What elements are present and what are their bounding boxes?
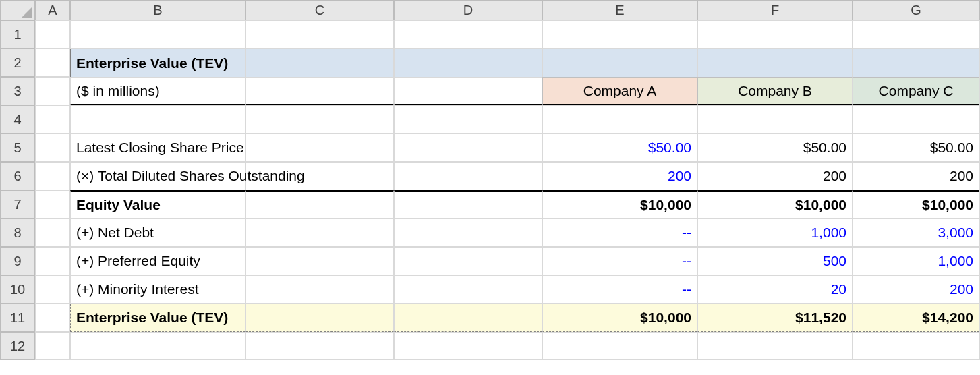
cell-A4[interactable] [35,105,70,134]
row-header-3[interactable]: 3 [0,77,35,105]
company-c-header[interactable]: Company C [853,77,979,105]
net-debt-b[interactable]: 1,000 [697,219,853,247]
label-minority[interactable]: (+) Minority Interest [70,275,246,304]
label-diluted-shares[interactable]: (×) Total Diluted Shares Outstanding [70,162,246,190]
col-header-D[interactable]: D [394,0,542,20]
row-header-11[interactable]: 11 [0,304,35,332]
cell-G12[interactable] [853,332,979,360]
pref-equity-c[interactable]: 1,000 [853,247,979,275]
cell-D4[interactable] [394,105,542,134]
pref-equity-b[interactable]: 500 [697,247,853,275]
row-header-9[interactable]: 9 [0,247,35,275]
cell-C7[interactable] [246,190,394,219]
cell-A8[interactable] [35,219,70,247]
row-header-8[interactable]: 8 [0,219,35,247]
cell-F2[interactable] [697,49,853,77]
cell-F4[interactable] [697,105,853,134]
cell-A11[interactable] [35,304,70,332]
cell-D6[interactable] [394,162,542,190]
cell-C9[interactable] [246,247,394,275]
minority-a[interactable]: -- [542,275,697,304]
tev-c[interactable]: $14,200 [853,304,979,332]
cell-B4[interactable] [70,105,246,134]
spreadsheet-grid[interactable]: A B C D E F G 1 2 Enterprise Value (TEV)… [0,0,980,375]
col-header-A[interactable]: A [35,0,70,20]
cell-C10[interactable] [246,275,394,304]
row-header-7[interactable]: 7 [0,190,35,219]
cell-D9[interactable] [394,247,542,275]
row-header-4[interactable]: 4 [0,105,35,134]
cell-A7[interactable] [35,190,70,219]
cell-D11[interactable] [394,304,542,332]
cell-D2[interactable] [394,49,542,77]
label-net-debt[interactable]: (+) Net Debt [70,219,246,247]
col-header-E[interactable]: E [542,0,697,20]
cell-C12[interactable] [246,332,394,360]
cell-F1[interactable] [697,20,853,49]
equity-value-b[interactable]: $10,000 [697,190,853,219]
label-equity-value[interactable]: Equity Value [70,190,246,219]
cell-C2[interactable] [246,49,394,77]
share-price-a[interactable]: $50.00 [542,134,697,162]
cell-D1[interactable] [394,20,542,49]
minority-c[interactable]: 200 [853,275,979,304]
row-header-6[interactable]: 6 [0,162,35,190]
cell-E12[interactable] [542,332,697,360]
share-price-c[interactable]: $50.00 [853,134,979,162]
label-tev[interactable]: Enterprise Value (TEV) [70,304,246,332]
cell-E4[interactable] [542,105,697,134]
cell-D12[interactable] [394,332,542,360]
cell-G1[interactable] [853,20,979,49]
cell-E2[interactable] [542,49,697,77]
cell-B12[interactable] [70,332,246,360]
cell-A3[interactable] [35,77,70,105]
label-pref-equity[interactable]: (+) Preferred Equity [70,247,246,275]
row-header-12[interactable]: 12 [0,332,35,360]
cell-D8[interactable] [394,219,542,247]
col-header-C[interactable]: C [246,0,394,20]
net-debt-c[interactable]: 3,000 [853,219,979,247]
tev-b[interactable]: $11,520 [697,304,853,332]
cell-A10[interactable] [35,275,70,304]
company-a-header[interactable]: Company A [542,77,697,105]
net-debt-a[interactable]: -- [542,219,697,247]
cell-C4[interactable] [246,105,394,134]
cell-C1[interactable] [246,20,394,49]
cell-C11[interactable] [246,304,394,332]
cell-F12[interactable] [697,332,853,360]
cell-A5[interactable] [35,134,70,162]
cell-G2[interactable] [853,49,979,77]
diluted-shares-a[interactable]: 200 [542,162,697,190]
diluted-shares-c[interactable]: 200 [853,162,979,190]
cell-C5[interactable] [246,134,394,162]
label-share-price[interactable]: Latest Closing Share Price [70,134,246,162]
tev-a[interactable]: $10,000 [542,304,697,332]
cell-D5[interactable] [394,134,542,162]
cell-A6[interactable] [35,162,70,190]
row-header-5[interactable]: 5 [0,134,35,162]
equity-value-a[interactable]: $10,000 [542,190,697,219]
cell-D3[interactable] [394,77,542,105]
col-header-F[interactable]: F [697,0,853,20]
cell-D7[interactable] [394,190,542,219]
row-header-1[interactable]: 1 [0,20,35,49]
cell-C8[interactable] [246,219,394,247]
subtitle-cell[interactable]: ($ in millions) [70,77,246,105]
diluted-shares-b[interactable]: 200 [697,162,853,190]
select-all-corner[interactable] [0,0,35,20]
share-price-b[interactable]: $50.00 [697,134,853,162]
cell-B1[interactable] [70,20,246,49]
cell-E1[interactable] [542,20,697,49]
cell-C3[interactable] [246,77,394,105]
company-b-header[interactable]: Company B [697,77,853,105]
title-cell[interactable]: Enterprise Value (TEV) [70,49,246,77]
equity-value-c[interactable]: $10,000 [853,190,979,219]
cell-A1[interactable] [35,20,70,49]
col-header-G[interactable]: G [853,0,979,20]
row-header-10[interactable]: 10 [0,275,35,304]
cell-G4[interactable] [853,105,979,134]
minority-b[interactable]: 20 [697,275,853,304]
cell-A2[interactable] [35,49,70,77]
col-header-B[interactable]: B [70,0,246,20]
row-header-2[interactable]: 2 [0,49,35,77]
